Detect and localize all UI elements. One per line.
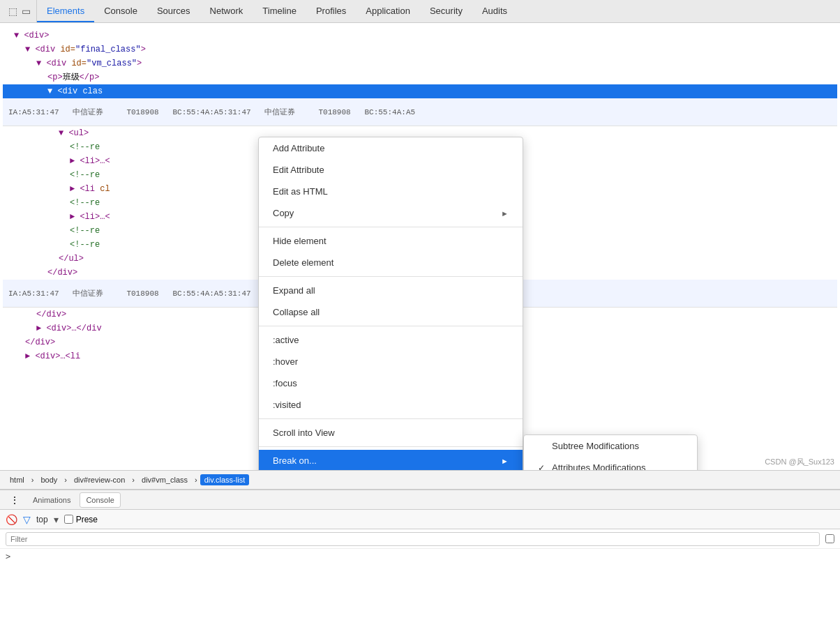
top-label: top xyxy=(36,515,48,524)
console-content: > xyxy=(0,549,840,643)
device-icon[interactable]: ▭ xyxy=(22,6,31,17)
filter-bar xyxy=(0,529,840,549)
elements-panel: ▼ <div> ▼ <div id="final_class"> ▼ <div … xyxy=(0,23,840,470)
tab-network[interactable]: Network xyxy=(200,0,253,22)
bottom-tabs: ⋮ Animations Console xyxy=(0,490,840,510)
filter-icon[interactable]: ▽ xyxy=(23,514,31,525)
tab-sources[interactable]: Sources xyxy=(147,0,200,22)
devtools-icons: ⬚ ▭ xyxy=(3,0,37,22)
menu-visited[interactable]: :visited xyxy=(259,394,523,416)
tab-audits[interactable]: Audits xyxy=(472,0,517,22)
menu-divider xyxy=(259,276,523,277)
three-dots-icon[interactable]: ⋮ xyxy=(6,494,24,506)
menu-break-on[interactable]: Break on... ► xyxy=(259,450,523,470)
breadcrumb-sep: › xyxy=(132,476,135,484)
bottom-panel: ⋮ Animations Console 🚫 ▽ top ▾ Prese > xyxy=(0,490,840,643)
html-line[interactable]: ▼ <div id="vm_class"> xyxy=(3,56,837,70)
html-line[interactable]: ▼ <div> xyxy=(3,29,837,43)
breadcrumb-body[interactable]: body xyxy=(36,474,61,485)
html-line[interactable]: <p>班级</p> xyxy=(3,70,837,84)
breadcrumb-review-con[interactable]: div#review-con xyxy=(70,474,129,485)
tab-animations[interactable]: Animations xyxy=(27,492,77,508)
breadcrumb-class-list[interactable]: div.class-list xyxy=(200,474,249,485)
breadcrumb-sep: › xyxy=(31,476,34,484)
breadcrumb-html[interactable]: html xyxy=(6,474,29,485)
selected-html-line[interactable]: ▼ <div clas xyxy=(3,84,837,98)
menu-collapse-all[interactable]: Collapse all xyxy=(259,301,523,323)
filter-checkbox[interactable] xyxy=(825,534,834,543)
breadcrumb-vm-class[interactable]: div#vm_class xyxy=(137,474,192,485)
console-input[interactable] xyxy=(13,552,83,561)
clear-icon[interactable]: 🚫 xyxy=(6,514,17,525)
tab-security[interactable]: Security xyxy=(420,0,472,22)
menu-focus[interactable]: :focus xyxy=(259,372,523,394)
menu-edit-attribute[interactable]: Edit Attribute xyxy=(259,159,523,181)
context-menu: Add Attribute Edit Attribute Edit as HTM… xyxy=(258,137,523,470)
break-on-submenu: Subtree Modifications ✓ Attributes Modif… xyxy=(523,434,698,470)
console-arrow-icon: > xyxy=(6,552,10,561)
tab-application[interactable]: Application xyxy=(356,0,420,22)
breadcrumb-sep: › xyxy=(64,476,67,484)
checkbox-label xyxy=(825,534,834,543)
menu-edit-html[interactable]: Edit as HTML xyxy=(259,181,523,202)
console-prompt: > xyxy=(6,552,834,561)
menu-active[interactable]: :active xyxy=(259,329,523,351)
filter-input[interactable] xyxy=(6,532,820,546)
preserve-label: Prese xyxy=(64,515,98,524)
preserve-checkbox[interactable] xyxy=(64,515,73,524)
submenu-attributes[interactable]: ✓ Attributes Modifications xyxy=(524,457,697,470)
console-toolbar: 🚫 ▽ top ▾ Prese xyxy=(0,510,840,529)
menu-delete-element[interactable]: Delete element xyxy=(259,252,523,273)
tab-timeline[interactable]: Timeline xyxy=(253,0,306,22)
tab-profiles[interactable]: Profiles xyxy=(306,0,356,22)
menu-divider xyxy=(259,326,523,326)
menu-scroll-into-view[interactable]: Scroll into View xyxy=(259,422,523,444)
devtools-tab-bar: ⬚ ▭ Elements Console Sources Network Tim… xyxy=(0,0,840,23)
dropdown-arrow-icon[interactable]: ▾ xyxy=(54,514,59,525)
check-icon xyxy=(538,441,548,451)
menu-divider xyxy=(259,418,523,419)
tab-console[interactable]: Console xyxy=(94,0,147,22)
menu-divider xyxy=(259,227,523,227)
tab-console-bottom[interactable]: Console xyxy=(80,492,120,508)
submenu-arrow: ► xyxy=(501,457,509,465)
menu-expand-all[interactable]: Expand all xyxy=(259,280,523,301)
watermark: CSDN @风_Sux123 xyxy=(765,457,834,467)
menu-hide-element[interactable]: Hide element xyxy=(259,230,523,252)
menu-hover[interactable]: :hover xyxy=(259,351,523,372)
tab-elements[interactable]: Elements xyxy=(37,0,94,22)
submenu-subtree[interactable]: Subtree Modifications xyxy=(524,435,697,457)
menu-copy[interactable]: Copy ► xyxy=(259,202,523,224)
devtools-panel: ▼ <div> ▼ <div id="final_class"> ▼ <div … xyxy=(0,23,840,643)
menu-add-attribute[interactable]: Add Attribute xyxy=(259,137,523,159)
submenu-arrow: ► xyxy=(501,209,509,218)
breadcrumb-sep: › xyxy=(195,476,197,484)
breadcrumb-bar: html › body › div#review-con › div#vm_cl… xyxy=(0,470,840,490)
cursor-icon[interactable]: ⬚ xyxy=(8,6,17,17)
html-line[interactable]: ▼ <div id="final_class"> xyxy=(3,43,837,56)
menu-divider xyxy=(259,446,523,447)
check-icon: ✓ xyxy=(538,463,548,471)
